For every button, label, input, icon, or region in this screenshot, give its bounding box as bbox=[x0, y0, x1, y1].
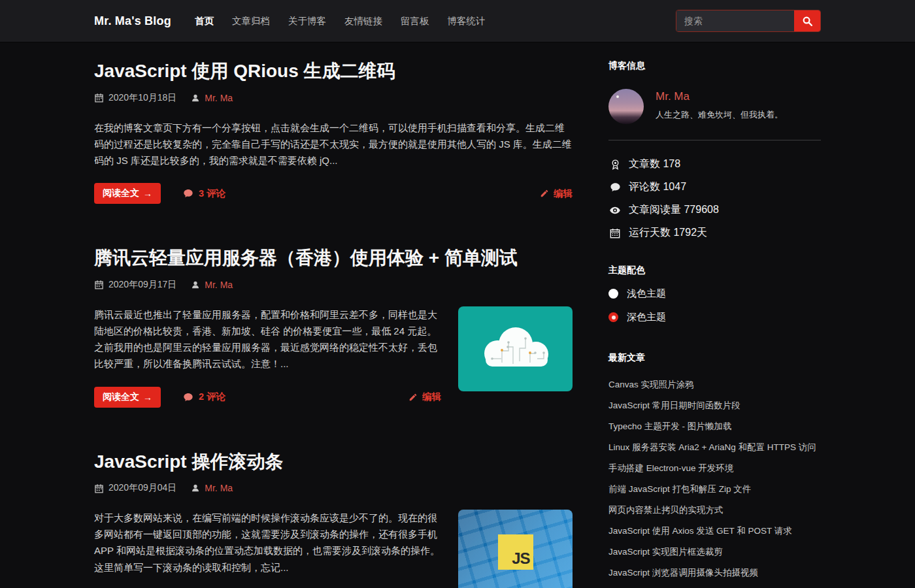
post-meta: 2020年09月04日 Mr. Ma bbox=[94, 482, 573, 494]
theme-option-dark[interactable]: 深色主题 bbox=[608, 311, 821, 323]
post-date: 2020年09月04日 bbox=[108, 482, 176, 494]
calendar-icon bbox=[94, 93, 104, 103]
radio-selected-icon[interactable] bbox=[608, 312, 618, 322]
comment-icon bbox=[608, 182, 622, 193]
comments-link[interactable]: 2 评论 bbox=[183, 391, 225, 403]
post-date: 2020年09月17日 bbox=[108, 279, 176, 291]
latest-posts-heading: 最新文章 bbox=[608, 352, 821, 364]
latest-post-link[interactable]: 前端 JavaScript 打包和解压 Zip 文件 bbox=[608, 485, 821, 494]
post-meta: 2020年10月18日 Mr. Ma bbox=[94, 92, 573, 104]
latest-post-link[interactable]: 手动搭建 Electron-vue 开发环境 bbox=[608, 464, 821, 473]
comments-link[interactable]: 3 评论 bbox=[183, 188, 225, 200]
javascript-logo-icon: JS bbox=[498, 534, 533, 570]
profile-name-link[interactable]: Mr. Ma bbox=[656, 90, 783, 103]
post-article: JavaScript 操作滚动条 2020年09月04日 Mr. Ma 对于大多… bbox=[94, 451, 573, 588]
post-author-link[interactable]: Mr. Ma bbox=[205, 93, 233, 103]
post-author-link[interactable]: Mr. Ma bbox=[205, 280, 233, 290]
medal-icon bbox=[608, 159, 622, 170]
blog-info-heading: 博客信息 bbox=[608, 60, 821, 72]
nav-item-links[interactable]: 友情链接 bbox=[344, 15, 382, 27]
top-navbar: Mr. Ma's Blog 首页 文章归档 关于博客 友情链接 留言板 博客统计 bbox=[0, 0, 915, 42]
avatar bbox=[608, 89, 644, 124]
post-list: JavaScript 使用 QRious 生成二维码 2020年10月18日 M… bbox=[94, 60, 573, 588]
edit-link[interactable]: 编辑 bbox=[540, 188, 573, 200]
latest-post-link[interactable]: JavaScript 使用 Axios 发送 GET 和 POST 请求 bbox=[608, 527, 821, 536]
nav-item-archive[interactable]: 文章归档 bbox=[232, 15, 270, 27]
main-nav: 首页 文章归档 关于博客 友情链接 留言板 博客统计 bbox=[195, 15, 486, 27]
user-icon bbox=[191, 93, 200, 103]
post-excerpt: 在我的博客文章页下方有一个分享按钮，点击就会生成一个二维码，可以使用手机扫描查看… bbox=[94, 120, 573, 169]
nav-item-stats[interactable]: 博客统计 bbox=[447, 15, 485, 27]
cloud-circuit-icon bbox=[473, 322, 559, 376]
latest-post-link[interactable]: JavaScript 常用日期时间函数片段 bbox=[608, 401, 821, 410]
post-title[interactable]: 腾讯云轻量应用服务器（香港）使用体验 + 简单测试 bbox=[94, 247, 573, 269]
user-icon bbox=[191, 280, 200, 289]
post-meta: 2020年09月17日 Mr. Ma bbox=[94, 279, 573, 291]
post-title[interactable]: JavaScript 使用 QRious 生成二维码 bbox=[94, 60, 573, 82]
latest-post-link[interactable]: Typecho 主题开发 - 图片懒加载 bbox=[608, 422, 821, 431]
edit-link[interactable]: 编辑 bbox=[408, 391, 441, 403]
theme-heading: 主题配色 bbox=[608, 265, 821, 276]
post-article: 腾讯云轻量应用服务器（香港）使用体验 + 简单测试 2020年09月17日 Mr… bbox=[94, 247, 573, 407]
post-excerpt: 对于大多数网站来说，在编写前端的时候操作滚动条应该是少不了的。现在的很多网站都有… bbox=[94, 510, 441, 576]
latest-post-link[interactable]: JavaScript 浏览器调用摄像头拍摄视频 bbox=[608, 568, 821, 578]
comment-bubble-icon bbox=[183, 188, 193, 199]
sidebar-divider bbox=[608, 140, 821, 140]
arrow-right-icon: → bbox=[143, 392, 152, 402]
user-icon bbox=[191, 483, 200, 493]
latest-posts-section: 最新文章 Canvas 实现照片涂鸦 JavaScript 常用日期时间函数片段… bbox=[608, 352, 821, 578]
stat-row-posts: 文章数 178 bbox=[608, 157, 821, 171]
post-date: 2020年10月18日 bbox=[108, 92, 176, 104]
latest-post-link[interactable]: 网页内容禁止拷贝的实现方式 bbox=[608, 506, 821, 515]
eye-icon bbox=[608, 204, 622, 216]
post-author-link[interactable]: Mr. Ma bbox=[205, 483, 233, 493]
latest-post-link[interactable]: Linux 服务器安装 Aria2 + AriaNg 和配置 HTTPS 访问 bbox=[608, 443, 821, 452]
search-box bbox=[676, 10, 821, 32]
radio-unselected-icon[interactable] bbox=[608, 289, 618, 299]
latest-post-link[interactable]: JavaScript 实现图片框选裁剪 bbox=[608, 547, 821, 557]
calendar-icon bbox=[94, 280, 104, 289]
comment-bubble-icon bbox=[183, 392, 193, 402]
post-thumbnail-js-logo[interactable]: JS bbox=[458, 510, 573, 588]
sidebar: 博客信息 Mr. Ma 人生之路、难免坎坷、但我执着。 文章数 178 评论数 … bbox=[608, 60, 821, 588]
profile-card: Mr. Ma 人生之路、难免坎坷、但我执着。 bbox=[608, 89, 821, 124]
stat-row-uptime: 运行天数 1792天 bbox=[608, 226, 821, 240]
read-more-button[interactable]: 阅读全文 → bbox=[94, 387, 161, 408]
profile-motto: 人生之路、难免坎坷、但我执着。 bbox=[656, 109, 783, 121]
theme-section: 主题配色 浅色主题 深色主题 bbox=[608, 265, 821, 323]
calendar-icon bbox=[608, 228, 622, 238]
latest-post-link[interactable]: Canvas 实现照片涂鸦 bbox=[608, 380, 821, 389]
post-thumbnail-cloud-illustration[interactable] bbox=[458, 306, 573, 391]
nav-item-about[interactable]: 关于博客 bbox=[288, 15, 326, 27]
pencil-icon bbox=[540, 189, 549, 198]
search-icon bbox=[802, 16, 813, 27]
blog-stats: 文章数 178 评论数 1047 文章阅读量 779608 运行天数 1792天 bbox=[608, 157, 821, 240]
arrow-right-icon: → bbox=[143, 188, 152, 199]
site-logo[interactable]: Mr. Ma's Blog bbox=[94, 14, 171, 28]
search-button[interactable] bbox=[794, 10, 820, 31]
read-more-button[interactable]: 阅读全文 → bbox=[94, 183, 161, 204]
calendar-icon bbox=[94, 483, 104, 493]
post-excerpt: 腾讯云最近也推出了轻量应用服务器，配置和价格和阿里云差不多，同样也是大陆地区的价… bbox=[94, 306, 441, 372]
stat-row-views: 文章阅读量 779608 bbox=[608, 203, 821, 217]
post-title[interactable]: JavaScript 操作滚动条 bbox=[94, 451, 573, 473]
post-article: JavaScript 使用 QRious 生成二维码 2020年10月18日 M… bbox=[94, 60, 573, 204]
search-input[interactable] bbox=[676, 10, 794, 31]
theme-option-light[interactable]: 浅色主题 bbox=[608, 287, 821, 300]
latest-posts-list: Canvas 实现照片涂鸦 JavaScript 常用日期时间函数片段 Type… bbox=[608, 380, 821, 578]
pencil-icon bbox=[408, 393, 418, 402]
nav-item-home[interactable]: 首页 bbox=[195, 15, 214, 27]
stat-row-comments: 评论数 1047 bbox=[608, 180, 821, 194]
nav-item-guestbook[interactable]: 留言板 bbox=[401, 15, 429, 27]
